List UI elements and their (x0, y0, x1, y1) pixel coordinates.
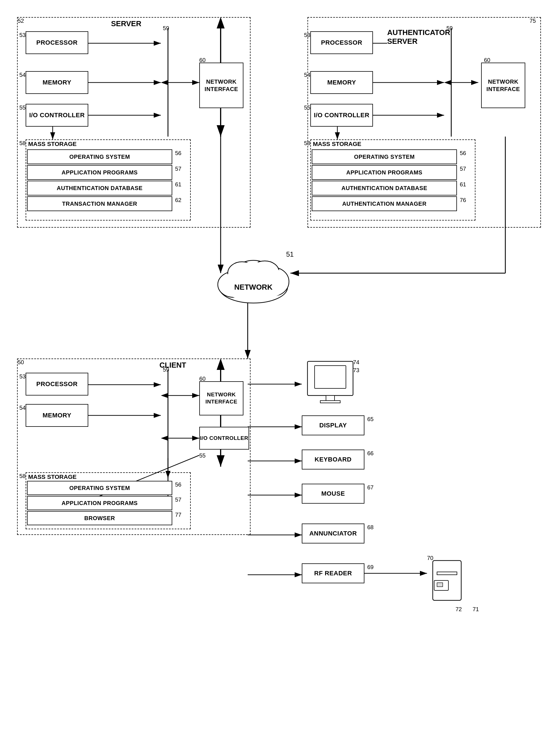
auth-os: OPERATING SYSTEM (312, 149, 457, 164)
client-ni-ref: 60 (199, 376, 205, 382)
auth-manager-ref: 76 (460, 197, 466, 204)
auth-server-ref: 75 (529, 18, 536, 24)
auth-mass-storage-label: MASS STORAGE (312, 141, 362, 147)
server-authdb: AUTHENTICATION DATABASE (27, 181, 172, 195)
rf-reader-box: RF READER (302, 563, 364, 583)
svg-rect-51 (437, 572, 457, 575)
rf-icon-ref-72: 72 (456, 606, 462, 613)
auth-network-interface: NETWORK INTERFACE (481, 63, 525, 108)
mouse-box: MOUSE (302, 484, 364, 504)
client-os: OPERATING SYSTEM (27, 481, 172, 495)
client-mass-storage-ref: 58 (19, 473, 26, 479)
monitor-ref-74: 74 (353, 359, 359, 365)
client-os-ref: 56 (175, 481, 181, 488)
client-io: I/O CONTROLLER (199, 427, 249, 449)
server-label: SERVER (111, 19, 141, 28)
auth-app: APPLICATION PROGRAMS (312, 165, 457, 180)
server-txn-ref: 62 (175, 197, 181, 204)
rf-reader-ref: 69 (367, 564, 374, 570)
server-mass-storage-ref: 58 (19, 140, 26, 147)
server-memory-ref: 54 (19, 72, 26, 78)
network-cloud: NETWORK (199, 248, 307, 310)
monitor-ref-73: 73 (353, 367, 359, 374)
annunciator-ref: 68 (367, 524, 374, 531)
server-ni-ref: 60 (199, 57, 205, 63)
server-processor-ref: 53 (19, 32, 26, 38)
auth-memory-ref: 54 (304, 72, 310, 78)
auth-memory: MEMORY (310, 71, 373, 94)
auth-authdb-ref: 61 (460, 181, 466, 188)
client-processor: PROCESSOR (26, 373, 88, 396)
client-browser: BROWSER (27, 511, 172, 525)
keyboard-ref: 66 (367, 450, 374, 457)
server-io: I/O CONTROLLER (26, 104, 88, 127)
auth-authdb: AUTHENTICATION DATABASE (312, 181, 457, 195)
client-network-interface: NETWORK INTERFACE (199, 381, 243, 415)
auth-ni-ref: 60 (484, 57, 490, 63)
auth-io-ref: 55 (304, 104, 310, 111)
client-mass-storage-label: MASS STORAGE (27, 474, 78, 480)
server-processor: PROCESSOR (26, 31, 88, 54)
diagram-container: SERVER 52 PROCESSOR 53 MEMORY 54 I/O CON… (0, 0, 560, 756)
display-box: DISPLAY (302, 415, 364, 435)
server-txn: TRANSACTION MANAGER (27, 196, 172, 211)
auth-app-ref: 57 (460, 166, 466, 172)
auth-server-label: AUTHENTICATOR SERVER (387, 19, 450, 46)
client-app: APPLICATION PROGRAMS (27, 496, 172, 510)
auth-io: I/O CONTROLLER (310, 104, 373, 127)
svg-rect-49 (320, 401, 340, 403)
monitor-icon (302, 358, 359, 404)
display-ref: 65 (367, 416, 374, 422)
client-memory-ref: 54 (19, 405, 26, 411)
client-bus-ref: 59 (163, 366, 169, 373)
auth-processor-ref: 53 (304, 32, 310, 38)
auth-processor: PROCESSOR (310, 31, 373, 54)
auth-manager: AUTHENTICATION MANAGER (312, 196, 457, 211)
client-memory: MEMORY (26, 404, 88, 427)
auth-os-ref: 56 (460, 150, 466, 156)
server-os-ref: 56 (175, 150, 181, 156)
rf-icon-ref-71: 71 (473, 606, 479, 613)
server-memory: MEMORY (26, 71, 88, 94)
client-io-ref: 55 (199, 453, 205, 459)
svg-rect-47 (315, 365, 346, 388)
client-app-ref: 57 (175, 497, 181, 503)
mouse-ref: 67 (367, 484, 374, 491)
server-os: OPERATING SYSTEM (27, 149, 172, 164)
server-mass-storage-label: MASS STORAGE (27, 141, 78, 147)
server-ref: 52 (18, 18, 24, 24)
auth-bus-ref: 59 (446, 25, 453, 31)
client-browser-ref: 77 (175, 511, 181, 518)
svg-rect-48 (326, 396, 335, 401)
rf-reader-icon (427, 555, 478, 612)
annunciator-box: ANNUNCIATOR (302, 524, 364, 543)
rf-icon-ref-70: 70 (427, 555, 433, 561)
server-app: APPLICATION PROGRAMS (27, 165, 172, 180)
client-ref: 50 (18, 359, 24, 365)
server-network-interface: NETWORK INTERFACE (199, 63, 243, 108)
keyboard-box: KEYBOARD (302, 449, 364, 469)
svg-text:NETWORK: NETWORK (234, 283, 273, 291)
server-authdb-ref: 61 (175, 181, 181, 188)
auth-mass-storage-ref: 58 (304, 140, 310, 147)
server-bus-ref: 59 (163, 25, 169, 31)
svg-rect-53 (437, 583, 443, 587)
server-app-ref: 57 (175, 166, 181, 172)
server-io-ref: 55 (19, 104, 26, 111)
client-processor-ref: 53 (19, 373, 26, 380)
